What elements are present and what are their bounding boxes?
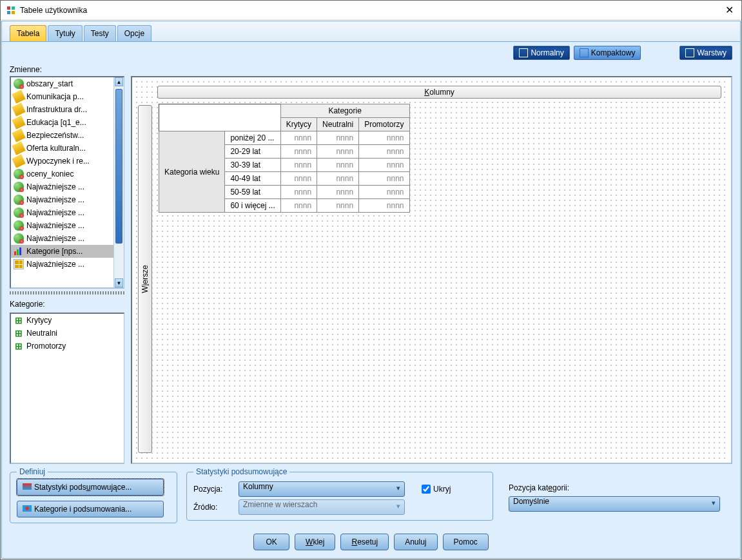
list-item-label: Najważniejsze ...: [26, 182, 84, 191]
list-item[interactable]: Oferta kulturaln...: [11, 142, 124, 155]
variables-label: Zmienne:: [10, 65, 732, 74]
category-position-combo[interactable]: Domyślnie: [509, 496, 720, 512]
list-item[interactable]: Bezpieczeństw...: [11, 129, 124, 142]
view-layers-button[interactable]: Warstwy: [679, 46, 732, 60]
list-item-label: obszary_start: [26, 79, 73, 88]
tabs-bar: Tabela Tytuły Testy Opcje: [2, 21, 740, 42]
nominal-icon: [14, 208, 24, 218]
tab-tabela[interactable]: Tabela: [10, 25, 46, 41]
scroll-down-icon[interactable]: ▼: [115, 278, 123, 287]
data-cell: nnnn: [359, 145, 409, 159]
list-item-label: Kategorie [nps...: [26, 247, 83, 256]
list-item[interactable]: obszary_start: [11, 77, 124, 90]
titlebar: Tabele użytkownika ✕: [1, 1, 741, 20]
scrollbar[interactable]: ▲ ▼: [113, 77, 124, 287]
columns-drop-zone[interactable]: Kolumny: [157, 86, 721, 99]
scale-icon: [12, 115, 25, 129]
row-category-header: 50-59 lat: [225, 186, 280, 199]
stats-fieldset: Statystyki podsumowujące Pozycja: Kolumn…: [186, 472, 493, 521]
tab-opcje[interactable]: Opcje: [117, 25, 151, 41]
ordinal-icon: [14, 246, 24, 256]
list-item[interactable]: Wypoczynek i re...: [11, 155, 124, 168]
scale-icon: [12, 102, 25, 116]
scale-icon: [12, 154, 25, 168]
hide-checkbox-wrap[interactable]: Ukryj: [422, 485, 462, 494]
list-item-label: Edukacja [q1_e...: [26, 118, 86, 127]
data-cell: nnnn: [317, 186, 359, 199]
plus-icon: ⊞: [14, 315, 24, 325]
category-position-group: Pozycja kategorii: Domyślnie: [509, 472, 720, 512]
list-item-label: oceny_koniec: [26, 169, 73, 179]
data-cell: nnnn: [317, 199, 359, 213]
compact-icon: [580, 48, 589, 57]
list-item-label: Najważniejsze ...: [26, 208, 84, 217]
list-item[interactable]: Najważniejsze ...: [11, 232, 124, 245]
splitter-handle[interactable]: [10, 291, 124, 294]
close-icon[interactable]: ✕: [723, 4, 736, 16]
view-mode-toolbar: Normalny Kompaktowy Warstwy: [10, 46, 732, 60]
list-item[interactable]: Infrastruktura dr...: [11, 103, 124, 116]
table-canvas[interactable]: Kolumny Wiersze KategorieKrytycyNeutraln…: [131, 76, 732, 464]
categories-label: Kategorie:: [10, 300, 124, 309]
hide-checkbox[interactable]: [422, 485, 431, 494]
categories-list[interactable]: ⊞Krytycy⊞Neutralni⊞Promotorzy: [10, 313, 124, 464]
nominal-icon: [14, 195, 24, 205]
list-item[interactable]: Najważniejsze ...: [11, 193, 124, 206]
data-cell: nnnn: [317, 145, 359, 159]
preview-table: KategorieKrytycyNeutralniPromotorzyKateg…: [159, 104, 410, 213]
list-item-label: Najważniejsze ...: [26, 195, 84, 204]
rows-drop-zone[interactable]: Wiersze: [138, 105, 152, 453]
nominal-icon: [14, 79, 24, 89]
definiuj-fieldset: Definiuj Statystyki podsumowujące... Kat…: [10, 472, 177, 523]
column-header: Promotorzy: [359, 118, 409, 131]
definiuj-legend: Definiuj: [17, 467, 48, 476]
layers-icon: [685, 48, 694, 57]
list-item[interactable]: Najważniejsze ...: [11, 258, 124, 271]
source-label: Źródło:: [193, 503, 233, 512]
data-cell: nnnn: [317, 172, 359, 186]
nominal-icon: [14, 220, 24, 231]
scroll-up-icon[interactable]: ▲: [115, 77, 123, 86]
list-item[interactable]: Najważniejsze ...: [11, 219, 124, 232]
column-header: Neutralni: [317, 118, 359, 131]
cancel-button[interactable]: Anuluj: [394, 534, 437, 550]
variables-list[interactable]: obszary_startKomunikacja p...Infrastrukt…: [10, 76, 124, 289]
source-combo: Zmienne w wierszach: [239, 499, 405, 515]
data-cell: nnnn: [280, 145, 317, 159]
list-item[interactable]: Najważniejsze ...: [11, 206, 124, 219]
position-combo[interactable]: Kolumny: [239, 481, 405, 497]
ok-button[interactable]: OK: [253, 534, 289, 550]
list-item-label: Najważniejsze ...: [26, 234, 84, 243]
row-category-header: 30-39 lat: [225, 159, 280, 172]
summary-stats-button[interactable]: Statystyki podsumowujące...: [17, 479, 164, 496]
list-item[interactable]: oceny_koniec: [11, 168, 124, 180]
row-variable-header: Kategoria wieku: [159, 131, 225, 213]
data-cell: nnnn: [359, 131, 409, 145]
help-button[interactable]: Pomoc: [443, 534, 489, 550]
list-item[interactable]: Najważniejsze ...: [11, 180, 124, 193]
multiset-icon: [14, 259, 24, 269]
list-item-label: Bezpieczeństw...: [26, 131, 84, 140]
list-item-label: Oferta kulturaln...: [26, 144, 86, 153]
list-item-label: Najważniejsze ...: [26, 221, 84, 230]
list-item[interactable]: ⊞Krytycy: [11, 314, 124, 327]
list-item-label: Infrastruktura dr...: [26, 105, 87, 114]
reset-button[interactable]: Resetuj: [340, 534, 389, 550]
categories-totals-button[interactable]: Kategorie i podsumowania...: [17, 501, 164, 517]
list-item-label: Najważniejsze ...: [26, 260, 84, 269]
list-item-label: Komunikacja p...: [26, 92, 84, 101]
tab-tytuly[interactable]: Tytuły: [48, 25, 82, 41]
data-cell: nnnn: [317, 159, 359, 172]
scroll-thumb[interactable]: [115, 89, 122, 244]
list-item[interactable]: Komunikacja p...: [11, 90, 124, 103]
tab-testy[interactable]: Testy: [84, 25, 116, 41]
scale-icon: [12, 128, 25, 142]
paste-button[interactable]: Wklej: [295, 534, 335, 550]
view-compact-button[interactable]: Kompaktowy: [574, 46, 641, 60]
list-item[interactable]: Edukacja [q1_e...: [11, 116, 124, 129]
data-cell: nnnn: [359, 186, 409, 199]
list-item[interactable]: ⊞Promotorzy: [11, 340, 124, 352]
view-normal-button[interactable]: Normalny: [513, 46, 569, 60]
list-item[interactable]: Kategorie [nps...: [11, 245, 124, 258]
list-item[interactable]: ⊞Neutralni: [11, 327, 124, 340]
